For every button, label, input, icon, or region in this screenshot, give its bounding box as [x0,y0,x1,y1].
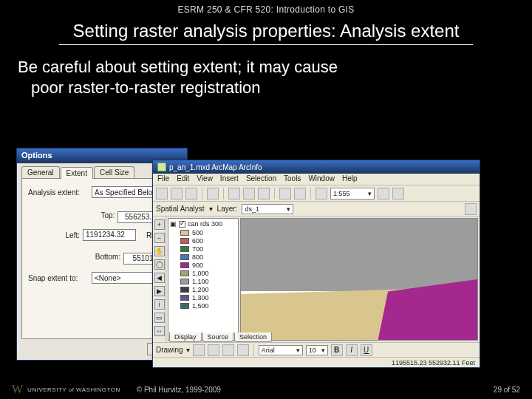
map-region-gray [241,219,477,291]
status-bar: 1195515.23 552932.11 Feet [153,357,480,367]
legend-swatch [180,230,189,236]
save-icon[interactable] [185,188,197,200]
toolbox-icon[interactable] [378,188,389,200]
snap-label: Snap extent to: [28,274,92,282]
toolbar-standard: 1:555 ▾ [153,185,480,202]
toc-tab-source[interactable]: Source [202,332,234,342]
forward-icon[interactable]: ▶ [154,286,165,296]
rotate-icon[interactable] [208,344,219,356]
body-line-1: Be careful about setting extent; it may … [18,58,338,76]
identify-icon[interactable]: i [154,299,165,310]
tab-cell-size[interactable]: Cell Size [94,166,134,178]
toc-tab-display[interactable]: Display [169,332,202,342]
toolbar-drawing: Drawing ▾ Arial ▾ 10 ▾ B I U [153,342,480,357]
menu-edit[interactable]: Edit [177,174,189,184]
legend-row: 900 [180,262,236,269]
italic-icon[interactable]: I [346,344,358,356]
arcmap-title: p_an_1.mxd ArcMap ArcInfo [169,163,262,171]
cut-icon[interactable] [228,188,240,200]
font-size-dropdown[interactable]: 10 ▾ [306,345,328,355]
status-coords: 1195515.23 552932.11 Feet [392,359,475,366]
font-size-value: 10 [309,347,316,354]
left-label: Left: [50,231,80,239]
measure-icon[interactable]: ↔ [154,326,165,336]
chevron-down-icon[interactable]: ▾ [321,347,325,354]
scale-input[interactable]: 1:555 ▾ [330,188,375,200]
course-header: ESRM 250 & CFR 520: Introduction to GIS [0,0,532,15]
toc-layer-name[interactable]: can rds 300 [188,220,222,228]
spatial-analyst-label[interactable]: Spatial Analyst [156,205,205,213]
legend-label: 1,000 [192,270,209,277]
slide-body: Be careful about setting extent; it may … [0,52,532,98]
layer-value: ds_1 [245,205,259,213]
legend-label: 1,100 [192,278,209,285]
pan-icon[interactable]: ✋ [154,246,165,256]
body-line-2: poor raster-to-raster registration [18,78,510,98]
chevron-down-icon[interactable]: ▾ [368,190,372,197]
chevron-down-icon[interactable]: ▾ [287,205,290,213]
zoom-out-icon[interactable]: − [154,233,165,243]
layer-dropdown[interactable]: ds_1 ▾ [242,204,293,214]
layer-checkbox[interactable] [179,221,185,228]
arcmap-icon [157,163,166,171]
legend-row: 1,300 [180,294,236,301]
chevron-down-icon[interactable]: ▾ [209,205,213,213]
uw-text: UNIVERSITY of WASHINGTON [27,386,120,393]
undo-icon[interactable] [279,188,291,200]
legend-row: 500 [180,229,236,236]
collapse-icon[interactable]: ▣ [170,220,177,228]
full-extent-icon[interactable]: ◯ [154,259,165,270]
paste-icon[interactable] [258,188,270,200]
print-icon[interactable] [207,188,219,200]
open-icon[interactable] [171,188,183,200]
text-icon[interactable] [237,344,249,356]
underline-icon[interactable]: U [361,344,372,356]
menu-file[interactable]: File [157,174,169,184]
legend-swatch [180,303,189,309]
redo-icon[interactable] [294,188,306,200]
font-dropdown[interactable]: Arial ▾ [259,345,303,355]
back-icon[interactable]: ◀ [154,273,165,283]
toc-tab-selection[interactable]: Selection [234,332,272,342]
legend-swatch [180,246,189,252]
page-number: 29 of 52 [494,386,520,394]
rectangle-icon[interactable] [222,344,234,356]
select-icon[interactable]: ▭ [154,313,165,323]
chevron-down-icon[interactable]: ▾ [296,347,300,354]
legend-row: 1,500 [180,302,236,310]
new-icon[interactable] [156,188,168,200]
menu-view[interactable]: View [197,174,213,184]
table-of-contents[interactable]: ▣ can rds 300 5006007008009001,0001,1001… [168,218,239,341]
histogram-icon[interactable] [465,203,477,215]
chevron-down-icon[interactable]: ▾ [186,346,190,354]
copy-icon[interactable] [243,188,255,200]
menu-tools[interactable]: Tools [284,174,301,184]
tools-sidebar: + − ✋ ◯ ◀ ▶ i ▭ ↔ [153,216,166,342]
legend-label: 900 [192,262,203,269]
legend-row: 800 [180,253,236,261]
copyright: © Phil Hurvitz, 1999-2009 [137,386,221,394]
pointer-icon[interactable] [193,344,205,356]
menu-insert[interactable]: Insert [220,174,239,184]
menu-selection[interactable]: Selection [246,174,276,184]
drawing-label[interactable]: Drawing [156,346,183,354]
add-data-icon[interactable] [316,188,327,200]
legend-label: 1,200 [192,286,209,293]
map-canvas[interactable] [240,218,478,341]
tab-general[interactable]: General [21,166,60,178]
legend-label: 600 [192,237,203,245]
legend-row: 1,000 [180,270,236,277]
arcmap-titlebar[interactable]: p_an_1.mxd ArcMap ArcInfo [153,160,480,174]
legend-swatch [180,262,189,268]
help-icon[interactable] [392,188,404,200]
top-label: Top: [101,211,115,223]
legend-label: 500 [192,229,203,236]
tab-extent[interactable]: Extent [61,167,93,179]
left-input[interactable]: 1191234.32 [83,229,136,241]
menu-window[interactable]: Window [308,174,335,184]
zoom-in-icon[interactable]: + [154,219,165,230]
analysis-extent-label: Analysis extent: [28,188,92,197]
bold-icon[interactable]: B [331,344,343,356]
menu-help[interactable]: Help [342,174,358,184]
slide-footer: W UNIVERSITY of WASHINGTON © Phil Hurvit… [0,383,532,396]
